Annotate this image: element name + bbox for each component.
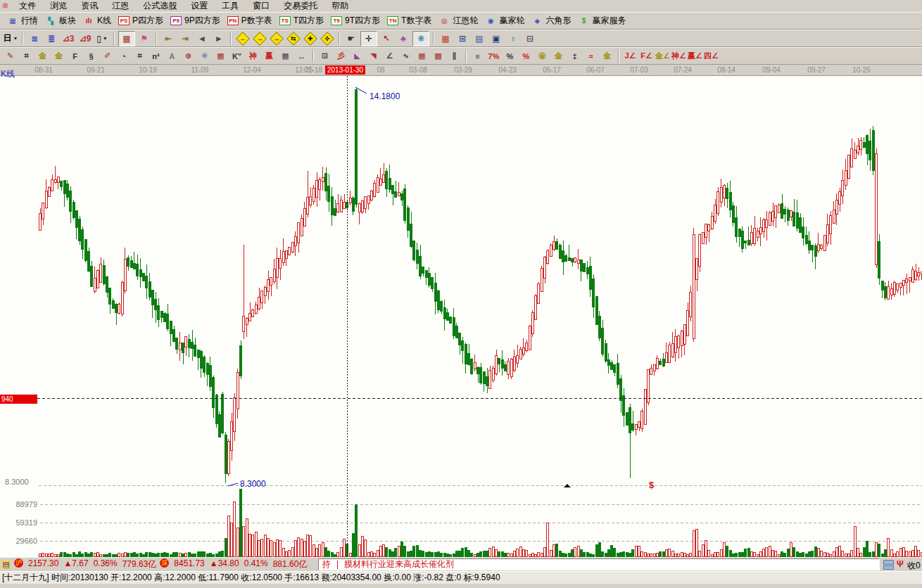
span-arrow-tool[interactable]: ↔ bbox=[294, 49, 309, 63]
hand-tool-button[interactable]: ☛ bbox=[343, 32, 359, 46]
shen-angle-tool[interactable]: 神∠ bbox=[671, 49, 686, 63]
prev-button[interactable]: ◄ bbox=[194, 32, 210, 46]
price-grid-tool[interactable]: ⌗ bbox=[132, 49, 147, 63]
menu-item-1[interactable]: 浏览 bbox=[43, 0, 74, 11]
menu-item-8[interactable]: 交易委托 bbox=[277, 0, 324, 11]
ma9-view-button[interactable]: ⊿9 bbox=[77, 32, 93, 46]
sectors-button[interactable]: ▚板块 bbox=[42, 13, 80, 28]
target-circle-tool[interactable]: ⊕ bbox=[181, 49, 196, 63]
menu-item-9[interactable]: 帮助 bbox=[324, 0, 355, 11]
gann-expand-diamond-button[interactable]: ✚ bbox=[303, 32, 317, 46]
gann-grid-tool[interactable]: ⌗ bbox=[19, 49, 34, 63]
fan-lines-tool[interactable]: 彡 bbox=[334, 49, 348, 63]
percent-tool[interactable]: % bbox=[503, 49, 517, 63]
pointer-tool-button[interactable]: ↖ bbox=[379, 32, 394, 46]
quote-list-icon[interactable]: ▤ bbox=[1, 560, 11, 569]
smart-analyze-button[interactable]: ❋ bbox=[412, 31, 429, 46]
network-button[interactable]: ♁ bbox=[505, 32, 521, 46]
winner-service-button[interactable]: $赢家服务 bbox=[574, 13, 629, 28]
gold-grid-tool[interactable]: 金 bbox=[51, 49, 66, 63]
menu-item-2[interactable]: 资讯 bbox=[74, 0, 105, 11]
zigzag-tool[interactable]: ∿ bbox=[398, 49, 413, 63]
ma3-view-button[interactable]: ⊿3 bbox=[61, 32, 76, 46]
gold-circle-tool[interactable]: ㊎ bbox=[535, 49, 550, 63]
menu-item-3[interactable]: 江恩 bbox=[105, 0, 136, 11]
period-daily-button[interactable]: 日▼ bbox=[3, 32, 18, 46]
kline-chart-canvas[interactable]: 14.18008.3000$ bbox=[0, 76, 922, 557]
date-axis[interactable]: 2013-01-30 08-3109-2110-1911-0912-0412-2… bbox=[0, 65, 922, 76]
time-circle-tool[interactable]: ◔ bbox=[116, 49, 131, 63]
chart-region[interactable]: 940 8.3000 14.18008.3000$889795931929660 bbox=[0, 76, 922, 557]
wave-view-button[interactable]: ≋ bbox=[27, 32, 42, 46]
kline-mark-tool[interactable]: K" bbox=[229, 49, 244, 63]
p9-square-button[interactable]: P99P四方形 bbox=[167, 13, 224, 28]
gann-right-diamond-button[interactable]: → bbox=[253, 32, 267, 46]
fan-box-tool[interactable]: ◣ bbox=[350, 49, 365, 63]
angle-tool[interactable]: A bbox=[165, 49, 179, 63]
save-button[interactable]: ▣ bbox=[488, 32, 504, 46]
gold-angle-tool[interactable]: 金∠ bbox=[655, 49, 670, 63]
shen-grid-tool[interactable]: 神 bbox=[246, 49, 260, 63]
t9-square-button[interactable]: T99T四方形 bbox=[327, 13, 384, 28]
menu-item-7[interactable]: 窗口 bbox=[246, 0, 277, 11]
kline-button[interactable]: ılıK线 bbox=[80, 13, 115, 28]
hexagon-button[interactable]: ◈六角形 bbox=[528, 13, 574, 28]
next-button[interactable]: ► bbox=[211, 32, 227, 46]
structure-tool-button[interactable]: ♣ bbox=[396, 32, 411, 46]
gold-level-tool[interactable]: 金 bbox=[551, 49, 566, 63]
parallel-tool[interactable]: ∥ bbox=[447, 49, 462, 63]
gold-ratio-tool[interactable]: 金 bbox=[35, 49, 50, 63]
red-grid-tool[interactable]: ▦ bbox=[415, 49, 429, 63]
angle-lines-tool[interactable]: ∠ bbox=[382, 49, 397, 63]
quotes-button[interactable]: ▦行情 bbox=[4, 13, 42, 28]
crosshair-tool-button[interactable]: ✛ bbox=[360, 31, 377, 46]
n-square-tool[interactable]: n² bbox=[149, 49, 163, 63]
p-number-table-button[interactable]: PNP数字表 bbox=[224, 13, 276, 28]
menu-item-6[interactable]: 工具 bbox=[215, 0, 246, 11]
percent-retrace-tool[interactable]: 7% bbox=[486, 49, 501, 63]
indicator-flag-button[interactable]: ⚑ bbox=[137, 32, 152, 46]
index-quote-sh[interactable]: 沪2157.30▲7.670.36%779.63亿 bbox=[14, 558, 156, 570]
marker-pen-tool[interactable]: ‡ bbox=[567, 49, 582, 63]
t-square-button[interactable]: TST四方形 bbox=[276, 13, 327, 28]
spiral-tool[interactable]: § bbox=[84, 49, 99, 63]
first-page-button[interactable]: ⇤ bbox=[160, 32, 176, 46]
splitter-stepper[interactable] bbox=[883, 560, 894, 570]
si-angle-tool[interactable]: 四∠ bbox=[704, 49, 719, 63]
menu-item-5[interactable]: 设置 bbox=[184, 0, 215, 11]
square-web-tool[interactable]: ▦ bbox=[213, 49, 228, 63]
gann-hmirror-diamond-button[interactable]: ↔ bbox=[270, 32, 284, 46]
gann-left-diamond-button[interactable]: ← bbox=[236, 32, 250, 46]
notes-button[interactable]: ▤ bbox=[472, 32, 487, 46]
numbered-grid-tool[interactable]: ▦ bbox=[278, 49, 293, 63]
wave-band-tool[interactable]: ≈ bbox=[583, 49, 598, 63]
menu-item-4[interactable]: 公式选股 bbox=[136, 0, 184, 11]
pencil-tool[interactable]: ✐ bbox=[100, 49, 115, 63]
candle-style-button[interactable]: ▯▼ bbox=[94, 32, 110, 46]
ray-box-tool[interactable]: ◥ bbox=[366, 49, 381, 63]
winner-wheel-button[interactable]: ◉赢家轮 bbox=[481, 13, 528, 28]
price-ladder-tool[interactable]: ≡ bbox=[470, 49, 485, 63]
gann-center-diamond-button[interactable]: ✜ bbox=[320, 32, 334, 46]
gann-wheel-button[interactable]: ◎江恩轮 bbox=[435, 13, 481, 28]
menu-item-0[interactable]: 文件 bbox=[12, 0, 43, 11]
ying-grid-tool[interactable]: 赢 bbox=[262, 49, 277, 63]
p-square-button[interactable]: PSP四方形 bbox=[115, 13, 167, 28]
gold-band-tool[interactable]: 金 bbox=[600, 49, 614, 63]
index-quote-sz[interactable]: 深8451.73▲34.800.41%881.60亿 bbox=[160, 558, 307, 570]
j-angle-tool[interactable]: J∠ bbox=[623, 49, 638, 63]
print-button[interactable]: ⊟ bbox=[522, 32, 538, 46]
f-angle-tool[interactable]: F∠ bbox=[639, 49, 654, 63]
calendar-button[interactable]: ▦ bbox=[438, 32, 453, 46]
news-ticker[interactable]: 持 膜材料行业迎来高成长催化剂 bbox=[318, 558, 880, 570]
info-panel-button[interactable]: ≣ bbox=[44, 32, 59, 46]
t-number-table-button[interactable]: TNT数字表 bbox=[384, 13, 435, 28]
box-tool[interactable]: ⊡ bbox=[317, 49, 332, 63]
last-page-button[interactable]: ⇥ bbox=[177, 32, 193, 46]
ying-angle-tool[interactable]: 赢∠ bbox=[688, 49, 702, 63]
fibonacci-tool[interactable]: F bbox=[68, 49, 82, 63]
draw-line-tool[interactable]: ✎ bbox=[3, 49, 18, 63]
calculator-button[interactable]: ⊞ bbox=[455, 32, 470, 46]
spider-web-tool[interactable]: ❋ bbox=[197, 49, 212, 63]
pattern-view-button[interactable]: ▩ bbox=[118, 31, 135, 46]
